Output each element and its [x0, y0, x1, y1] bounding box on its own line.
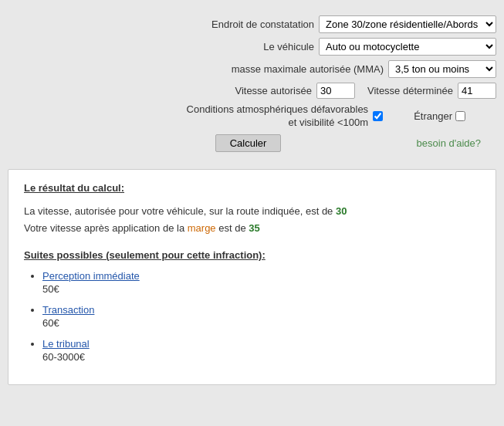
result-text: La vitesse, autorisée pour votre véhicul…: [24, 203, 480, 237]
mma-select[interactable]: 3,5 ton ou moins: [388, 60, 496, 78]
etranger-checkbox[interactable]: [455, 111, 465, 121]
vehicule-row: Le véhicule Auto ou motocyclette: [8, 38, 496, 56]
calc-center: Calculer: [168, 134, 329, 152]
result-text-2: Votre vitesse après application de la: [24, 222, 188, 234]
vehicule-select[interactable]: Auto ou motocyclette: [319, 38, 496, 56]
result-text-1: La vitesse, autorisée pour votre véhicul…: [24, 205, 336, 217]
calculer-button[interactable]: Calculer: [215, 134, 282, 152]
conditions-row: Conditions atmosphériques défavorables e…: [8, 103, 496, 130]
list-item: Perception immédiate 50€: [42, 270, 480, 295]
suites-title: Suites possibles (seulement pour cette i…: [24, 249, 480, 261]
vitesse-determinee-input[interactable]: [458, 83, 496, 99]
speed-authorized: 30: [336, 205, 347, 217]
speed-marge: 35: [249, 222, 259, 234]
list-item: Le tribunal 60-3000€: [42, 338, 480, 363]
mma-label: masse maximale autorisée (MMA): [232, 63, 388, 75]
etranger-group: Étranger: [414, 110, 496, 122]
transaction-amount: 60€: [42, 317, 480, 329]
mma-row: masse maximale autorisée (MMA) 3,5 ton o…: [8, 60, 496, 78]
suite-list: Perception immédiate 50€ Transaction 60€…: [24, 270, 480, 363]
conditions-checkbox[interactable]: [373, 111, 383, 121]
marge-word: marge: [188, 222, 216, 234]
conditions-label: Conditions atmosphériques défavorables e…: [187, 103, 374, 130]
tribunal-link[interactable]: Le tribunal: [42, 338, 90, 350]
result-text-3: est de: [216, 222, 249, 234]
result-title: Le résultat du calcul:: [24, 182, 480, 194]
vitesse-autorisee-input[interactable]: [316, 83, 355, 99]
list-item: Transaction 60€: [42, 304, 480, 329]
tribunal-amount: 60-3000€: [42, 351, 480, 363]
vitesse-autorisee-label: Vitesse autorisée: [235, 85, 316, 96]
result-box: Le résultat du calcul: La vitesse, autor…: [8, 169, 496, 385]
endroit-row: Endroit de constatation Zone 30/zone rés…: [8, 15, 496, 33]
transaction-link[interactable]: Transaction: [42, 304, 94, 316]
perception-amount: 50€: [42, 283, 480, 295]
vitesse-determinee-label: Vitesse déterminée: [355, 85, 458, 96]
endroit-select[interactable]: Zone 30/zone résidentielle/Abords d'éco: [319, 15, 496, 33]
vehicule-label: Le véhicule: [263, 41, 319, 52]
top-form: Endroit de constatation Zone 30/zone rés…: [8, 8, 496, 163]
help-link[interactable]: besoin d'aide?: [417, 137, 489, 149]
etranger-label: Étranger: [414, 110, 452, 122]
perception-link[interactable]: Perception immédiate: [42, 270, 140, 282]
speed-row: Vitesse autorisée Vitesse déterminée: [8, 83, 496, 99]
calc-and-help-row: Calculer besoin d'aide?: [8, 134, 496, 152]
endroit-label: Endroit de constatation: [211, 19, 319, 30]
